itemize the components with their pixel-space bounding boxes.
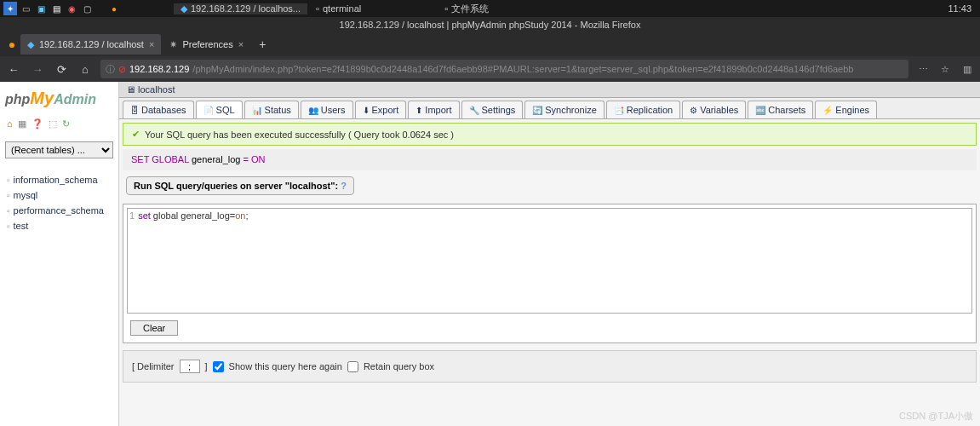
- os-taskbar: ✦ ▭ ▣ ▤ ◉ ▢ ● ◆192.168.2.129 / localhos.…: [0, 0, 980, 17]
- replication-icon: 📑: [614, 106, 624, 115]
- docs-icon[interactable]: ❓: [32, 118, 43, 130]
- tab-status[interactable]: 📊Status: [244, 101, 299, 118]
- globe-icon[interactable]: ◉: [65, 2, 78, 15]
- task-files[interactable]: ▫文件系统: [438, 3, 496, 15]
- server-icon: 🖥: [126, 84, 135, 95]
- pma-sidebar: phpMyAdmin ⌂ ▦ ❓ ⬚ ↻ (Recent tables) ...…: [0, 82, 119, 426]
- users-icon: 👥: [308, 106, 318, 115]
- taskbar-left: ✦ ▭ ▣ ▤ ◉ ▢ ● ◆192.168.2.129 / localhos.…: [3, 2, 496, 15]
- show-desktop-icon[interactable]: ▭: [19, 2, 32, 15]
- database-list: ▫information_schema ▫mysql ▫performance_…: [5, 172, 113, 233]
- db-item[interactable]: ▫performance_schema: [5, 203, 113, 218]
- reload-icon[interactable]: ↻: [62, 118, 70, 130]
- clock: 11:43: [948, 3, 977, 14]
- address-bar: ← → ⟳ ⌂ ⓘ ⊘ 192.168.2.129/phpMyAdmin/ind…: [0, 56, 980, 82]
- tab-sql[interactable]: 📄SQL: [196, 101, 243, 118]
- sql-icon: 📄: [203, 106, 214, 115]
- page-content: phpMyAdmin ⌂ ▦ ❓ ⬚ ↻ (Recent tables) ...…: [0, 82, 980, 426]
- main-tabs: 🗄Databases 📄SQL 📊Status 👥Users ⬇Export ⬆…: [119, 98, 980, 119]
- task-terminal[interactable]: ▫qterminal: [309, 3, 368, 14]
- tab-settings[interactable]: 🔧Settings: [461, 101, 524, 118]
- clear-button[interactable]: Clear: [130, 320, 178, 336]
- browser-tabbar: ● ◆ 192.168.2.129 / localhost × ✷ Prefer…: [0, 32, 980, 56]
- home-icon[interactable]: ⌂: [7, 118, 13, 130]
- tab-label: 192.168.2.129 / localhost: [39, 39, 144, 49]
- db-icon: ▫: [7, 191, 10, 200]
- task-firefox[interactable]: ◆192.168.2.129 / localhos...: [174, 3, 307, 14]
- tab-databases[interactable]: 🗄Databases: [123, 101, 194, 118]
- tab-import[interactable]: ⬆Import: [408, 101, 459, 118]
- charset-icon: 🔤: [755, 106, 765, 115]
- more-icon[interactable]: ⋯: [915, 64, 931, 75]
- tab-charsets[interactable]: 🔤Charsets: [748, 101, 813, 118]
- db-item[interactable]: ▫mysql: [5, 187, 113, 203]
- check-icon: ✔: [132, 129, 140, 140]
- query-icon[interactable]: ⬚: [49, 118, 57, 130]
- browser-tab-1[interactable]: ◆ 192.168.2.129 / localhost ×: [20, 34, 161, 55]
- db-item[interactable]: ▫information_schema: [5, 172, 113, 187]
- retain-label: Retain query box: [364, 361, 434, 371]
- apps-menu-icon[interactable]: ✦: [3, 2, 17, 15]
- tab-label: Preferences: [182, 39, 232, 49]
- new-tab-button[interactable]: +: [252, 37, 272, 51]
- close-icon[interactable]: ×: [149, 39, 154, 49]
- delim-label: [ Delimiter: [132, 361, 175, 371]
- info-icon[interactable]: ⓘ: [106, 63, 115, 76]
- bookmark-icon[interactable]: ☆: [937, 64, 953, 75]
- browser-tab-2[interactable]: ✷ Preferences ×: [163, 34, 250, 55]
- sql-editor[interactable]: 1set global general_log=on;: [127, 208, 972, 314]
- terminal-icon[interactable]: ▢: [80, 2, 94, 15]
- library-icon[interactable]: ▥: [960, 64, 975, 75]
- delim-label-r: ]: [205, 361, 208, 371]
- vars-icon: ⚙: [690, 106, 697, 115]
- breadcrumb[interactable]: 🖥 localhost: [119, 82, 980, 98]
- lock-icon: ⊘: [118, 64, 126, 75]
- panel-title: Run SQL query/queries on server "localho…: [126, 176, 354, 195]
- ff-task-icon[interactable]: ●: [107, 2, 121, 15]
- tab-variables[interactable]: ⚙Variables: [682, 101, 746, 118]
- recent-tables-select[interactable]: (Recent tables) ...: [5, 141, 113, 158]
- db-icon: ▫: [7, 222, 10, 231]
- url-host: 192.168.2.129: [129, 64, 189, 74]
- window-title: 192.168.2.129 / localhost | phpMyAdmin p…: [0, 17, 980, 32]
- back-button[interactable]: ←: [5, 60, 22, 78]
- url-input[interactable]: ⓘ ⊘ 192.168.2.129/phpMyAdmin/index.php?t…: [100, 60, 908, 78]
- text-icon[interactable]: ▤: [49, 2, 63, 15]
- tab-replication[interactable]: 📑Replication: [606, 101, 680, 118]
- success-message: ✔ Your SQL query has been executed succe…: [123, 123, 977, 146]
- db-icon: ▫: [7, 176, 10, 185]
- status-icon: 📊: [252, 106, 262, 115]
- db-icon: 🗄: [130, 106, 139, 115]
- delimiter-input[interactable]: [180, 360, 200, 373]
- watermark: CSDN @TJA小傲: [899, 410, 973, 423]
- url-path: /phpMyAdmin/index.php?token=e2f41899b0c0…: [192, 64, 853, 74]
- files-icon[interactable]: ▣: [34, 2, 48, 15]
- tab-synchronize[interactable]: 🔄Synchronize: [524, 101, 605, 118]
- wrench-icon: 🔧: [469, 106, 479, 115]
- pma-main: 🖥 localhost 🗄Databases 📄SQL 📊Status 👥Use…: [119, 82, 980, 426]
- executed-sql: SET GLOBAL general_log = ON: [123, 149, 977, 170]
- tab-engines[interactable]: ⚡Engines: [815, 101, 877, 118]
- query-panel: Run SQL query/queries on server "localho…: [119, 182, 980, 343]
- db-item[interactable]: ▫test: [5, 218, 113, 233]
- home-button[interactable]: ⌂: [77, 60, 94, 78]
- forward-button[interactable]: →: [29, 60, 46, 78]
- import-icon: ⬆: [415, 106, 422, 115]
- close-icon[interactable]: ×: [238, 39, 244, 49]
- query-options: [ Delimiter ] Show this query here again…: [123, 350, 977, 383]
- show-again-label: Show this query here again: [229, 361, 342, 371]
- page-icon: ◆: [27, 39, 34, 50]
- export-icon: ⬇: [363, 106, 370, 115]
- sql-icon[interactable]: ▦: [18, 118, 26, 130]
- retain-checkbox[interactable]: [347, 361, 358, 372]
- sync-icon: 🔄: [532, 106, 542, 115]
- db-icon: ▫: [7, 206, 10, 216]
- success-text: Your SQL query has been executed success…: [145, 130, 454, 140]
- tab-users[interactable]: 👥Users: [301, 101, 353, 118]
- help-icon[interactable]: ?: [341, 181, 347, 191]
- engine-icon: ⚡: [822, 106, 833, 115]
- firefox-icon: ●: [3, 37, 20, 51]
- reload-button[interactable]: ⟳: [53, 60, 70, 78]
- show-again-checkbox[interactable]: [213, 361, 224, 372]
- tab-export[interactable]: ⬇Export: [355, 101, 407, 118]
